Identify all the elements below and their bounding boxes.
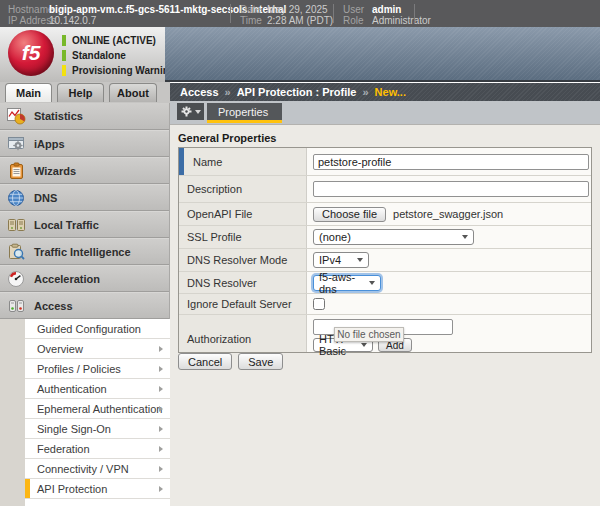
section-title: General Properties [178, 132, 276, 144]
description-label: Description [179, 176, 307, 202]
name-input[interactable] [313, 154, 589, 170]
breadcrumb-separator: » [362, 86, 368, 98]
chevron-down-icon [462, 235, 468, 239]
wizards-icon [5, 162, 27, 180]
submenu-item-profiles-policies[interactable]: Profiles / Policies [25, 359, 170, 379]
status-online: ONLINE (ACTIVE) [62, 34, 156, 46]
submenu-item-overview[interactable]: Overview [25, 339, 170, 359]
banner: f5 ONLINE (ACTIVE) Standalone Provisioni… [0, 27, 600, 82]
choose-file-button[interactable]: Choose file [313, 207, 386, 222]
gear-icon [181, 106, 192, 117]
sidebar-item-wizards[interactable]: Wizards [0, 157, 169, 184]
breadcrumb: Access » API Protection : Profile » New.… [170, 83, 600, 101]
required-field-bar [179, 148, 184, 175]
status-provisioning: Provisioning Warning [62, 64, 175, 76]
no-file-chosen-tooltip: No file chosen [334, 327, 404, 342]
chevron-down-icon [357, 258, 363, 262]
chevron-right-icon [159, 486, 163, 492]
f5-logo: f5 [8, 30, 54, 76]
hostname-label: Hostname [8, 4, 54, 15]
name-label: Name [179, 148, 307, 175]
options-gear-button[interactable] [177, 103, 204, 120]
submenu-item-authentication[interactable]: Authentication [25, 379, 170, 399]
sidebar-item-iapps[interactable]: iApps [0, 130, 169, 157]
ignore-default-server-label: Ignore Default Server [179, 294, 307, 314]
page-toolbar: Properties [170, 101, 600, 124]
sidebar-item-local-traffic[interactable]: Local Traffic [0, 211, 169, 238]
tab-main[interactable]: Main [5, 83, 52, 102]
form-row-dns-resolver: DNS Resolver f5-aws-dns [179, 272, 591, 294]
banner-striped-area [165, 27, 600, 82]
role-label: Role [343, 15, 364, 26]
traffic-intelligence-icon [5, 243, 27, 261]
submenu-gutter [0, 319, 25, 506]
openapi-file-label: OpenAPI File [179, 203, 307, 225]
sidebar-item-traffic-intelligence[interactable]: Traffic Intelligence [0, 238, 169, 265]
user-value: admin [372, 4, 401, 15]
time-label: Time [240, 15, 262, 26]
submenu-item-guided-configuration[interactable]: Guided Configuration [25, 319, 170, 339]
status-indicator-icon [62, 50, 66, 61]
chevron-right-icon [159, 406, 163, 412]
dns-icon [5, 189, 27, 207]
acceleration-icon [5, 270, 27, 288]
submenu-item-ephemeral-authentication[interactable]: Ephemeral Authentication [25, 399, 170, 419]
chevron-right-icon [159, 446, 163, 452]
f5-logo-text: f5 [22, 41, 41, 65]
sidebar-item-acceleration[interactable]: Acceleration [0, 265, 169, 292]
form-row-ignore-default-server: Ignore Default Server [179, 294, 591, 315]
statistics-icon [5, 107, 27, 125]
main-content: General Properties Name Description Open… [170, 124, 600, 506]
dns-resolver-mode-select[interactable]: IPv4 [313, 252, 369, 268]
time-value: 2:28 AM (PDT) [267, 15, 333, 26]
access-submenu: Guided Configuration Overview Profiles /… [25, 319, 170, 506]
general-properties-form: Name Description OpenAPI File Choose fil… [178, 147, 592, 353]
breadcrumb-section[interactable]: Access [180, 86, 219, 98]
date-value: May 29, 2025 [267, 4, 328, 15]
topbar-divider [414, 4, 415, 23]
form-buttons: Cancel Save [178, 353, 283, 370]
topbar-divider [230, 4, 231, 23]
submenu-item-api-protection[interactable]: API Protection [25, 479, 170, 499]
submenu-item-connectivity-vpn[interactable]: Connectivity / VPN [25, 459, 170, 479]
role-value: Administrator [372, 15, 431, 26]
save-button[interactable]: Save [238, 353, 283, 370]
sidebar-item-statistics[interactable]: Statistics [0, 103, 169, 130]
local-traffic-icon [5, 216, 27, 234]
iapps-icon [5, 135, 27, 153]
chevron-right-icon [159, 386, 163, 392]
ssl-profile-label: SSL Profile [179, 226, 307, 248]
status-indicator-icon [62, 65, 66, 76]
tab-help[interactable]: Help [57, 83, 104, 102]
ip-address-value: 10.142.0.7 [49, 15, 96, 26]
dns-resolver-select[interactable]: f5-aws-dns [313, 275, 381, 291]
submenu-item-federation[interactable]: Federation [25, 439, 170, 459]
tab-about[interactable]: About [109, 83, 157, 102]
system-info-bar: Hostname bigip-apm-vm.c.f5-gcs-5611-mktg… [0, 0, 600, 28]
status-standalone: Standalone [62, 49, 126, 61]
status-indicator-icon [62, 35, 66, 46]
ignore-default-server-checkbox[interactable] [313, 298, 325, 310]
chevron-right-icon [159, 366, 163, 372]
tab-properties[interactable]: Properties [207, 103, 282, 123]
form-row-name: Name [179, 148, 591, 176]
sidebar-item-dns[interactable]: DNS [0, 184, 169, 211]
form-row-description: Description [179, 176, 591, 203]
description-input[interactable] [313, 181, 589, 197]
chevron-right-icon [159, 346, 163, 352]
chosen-filename: petstore_swagger.json [393, 208, 503, 220]
dns-resolver-label: DNS Resolver [179, 272, 307, 293]
nav-tabs: Main Help About [0, 82, 170, 103]
form-row-authorization: Authorization HTTP Basic Add No file cho… [179, 315, 591, 352]
cancel-button[interactable]: Cancel [178, 353, 232, 370]
user-label: User [343, 4, 364, 15]
authorization-label: Authorization [179, 315, 307, 352]
breadcrumb-separator: » [225, 86, 231, 98]
access-icon [5, 297, 27, 315]
submenu-item-single-sign-on[interactable]: Single Sign-On [25, 419, 170, 439]
active-item-bar [25, 479, 30, 498]
breadcrumb-current: New... [375, 86, 406, 98]
breadcrumb-page[interactable]: API Protection : Profile [237, 86, 357, 98]
sidebar-item-access[interactable]: Access [0, 292, 169, 319]
ssl-profile-select[interactable]: (none) [313, 229, 474, 245]
